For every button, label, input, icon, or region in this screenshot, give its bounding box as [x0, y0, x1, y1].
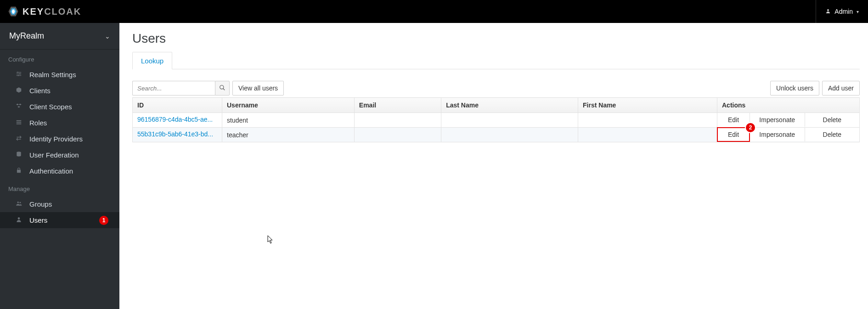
user-icon: [825, 8, 831, 15]
list-icon: [15, 119, 23, 127]
svg-point-18: [220, 85, 224, 89]
sidebar-item-label: User Federation: [29, 151, 79, 159]
realm-name: MyRealm: [9, 31, 44, 41]
brand-text: KEYCLOAK: [23, 6, 81, 17]
add-user-button[interactable]: Add user: [822, 81, 860, 96]
column-header: Actions: [717, 98, 860, 113]
sidebar-item-realm-settings[interactable]: Realm Settings: [0, 67, 119, 83]
sidebar-item-roles[interactable]: Roles: [0, 115, 119, 131]
sidebar-item-client-scopes[interactable]: Client Scopes: [0, 99, 119, 115]
cell-email: [354, 128, 441, 142]
actions-cell: EditImpersonateDelete: [717, 113, 860, 128]
cell-last: [441, 128, 578, 142]
column-header: ID: [133, 98, 222, 113]
svg-rect-4: [17, 72, 22, 73]
cell-username: student: [222, 113, 355, 128]
user-icon: [15, 216, 23, 224]
brand-logo[interactable]: KEYCLOAK: [7, 5, 81, 18]
sidebar-item-users[interactable]: Users1: [0, 212, 119, 228]
edit-button[interactable]: Edit: [717, 113, 750, 127]
user-id-link[interactable]: 55b31c9b-5ab6-41e3-bd...: [137, 130, 213, 138]
sidebar-item-user-federation[interactable]: User Federation: [0, 147, 119, 163]
sidebar-item-authentication[interactable]: Authentication: [0, 163, 119, 179]
toolbar: View all users Unlock users Add user: [132, 81, 860, 96]
cubes-icon: [15, 103, 23, 111]
callout-badge: 2: [746, 123, 755, 132]
column-header: Last Name: [441, 98, 578, 113]
user-label: Admin: [834, 8, 853, 15]
svg-rect-10: [17, 120, 22, 121]
impersonate-button[interactable]: Impersonate: [750, 113, 805, 127]
svg-rect-11: [17, 122, 22, 123]
column-header: Email: [354, 98, 441, 113]
chevron-down-icon: ⌄: [105, 33, 110, 40]
sidebar-item-label: Clients: [29, 87, 51, 95]
column-header: Username: [222, 98, 355, 113]
user-id-link[interactable]: 96156879-c4da-4bc5-ae...: [137, 116, 213, 123]
lock-icon: [15, 167, 23, 175]
table-row: 55b31c9b-5ab6-41e3-bd...teacherEdit2Impe…: [133, 128, 860, 142]
sidebar-item-groups[interactable]: Groups: [0, 196, 119, 212]
tabs: Lookup: [132, 51, 860, 69]
top-header: KEYCLOAK Admin ▾: [0, 0, 868, 23]
nav-section-label: Configure: [0, 50, 119, 67]
search-icon: [219, 84, 225, 92]
svg-rect-12: [17, 124, 22, 124]
svg-point-8: [19, 73, 20, 74]
cell-first: [578, 113, 717, 128]
sidebar-item-label: Authentication: [29, 167, 73, 175]
database-icon: [15, 151, 23, 159]
search-input[interactable]: [132, 81, 215, 96]
sidebar-item-label: Identity Providers: [29, 135, 83, 143]
users-table: IDUsernameEmailLast NameFirst NameAction…: [132, 97, 860, 142]
svg-rect-5: [17, 73, 22, 74]
impersonate-button[interactable]: Impersonate: [750, 128, 805, 141]
users-icon: [15, 200, 23, 208]
delete-button[interactable]: Delete: [805, 128, 860, 141]
svg-point-17: [18, 217, 20, 219]
cell-first: [578, 128, 717, 142]
search-button[interactable]: [215, 81, 230, 96]
cell-last: [441, 113, 578, 128]
view-all-users-button[interactable]: View all users: [232, 81, 284, 96]
nav-section-label: Manage: [0, 179, 119, 196]
svg-point-9: [18, 75, 19, 76]
keycloak-logo-icon: [7, 5, 20, 18]
edit-button[interactable]: Edit2: [717, 128, 750, 141]
sidebar-item-label: Groups: [29, 200, 52, 208]
svg-point-7: [17, 72, 18, 73]
chevron-down-icon: ▾: [857, 9, 859, 14]
svg-line-19: [223, 88, 225, 90]
exchange-icon: [15, 135, 23, 143]
cube-icon: [15, 87, 23, 95]
user-menu[interactable]: Admin ▾: [816, 0, 859, 23]
realm-selector[interactable]: MyRealm ⌄: [0, 23, 119, 50]
sidebar-item-identity-providers[interactable]: Identity Providers: [0, 131, 119, 147]
search-group: [132, 81, 230, 96]
main-content: Users Lookup View all users Unlock users: [119, 23, 868, 309]
page-title: Users: [132, 31, 860, 46]
sidebar: MyRealm ⌄ ConfigureRealm SettingsClients…: [0, 23, 119, 309]
tab-lookup[interactable]: Lookup: [132, 52, 172, 69]
sidebar-item-label: Realm Settings: [29, 71, 76, 79]
sliders-icon: [15, 71, 23, 79]
svg-point-3: [827, 9, 829, 11]
sidebar-item-clients[interactable]: Clients: [0, 83, 119, 99]
delete-button[interactable]: Delete: [805, 113, 860, 127]
unlock-users-button[interactable]: Unlock users: [770, 81, 819, 96]
sidebar-item-label: Roles: [29, 119, 47, 127]
sidebar-badge: 1: [99, 216, 108, 225]
svg-rect-14: [17, 170, 21, 173]
cell-username: teacher: [222, 128, 355, 142]
actions-cell: Edit2ImpersonateDelete: [717, 128, 860, 142]
sidebar-item-label: Client Scopes: [29, 103, 72, 111]
sidebar-item-label: Users: [29, 216, 47, 224]
svg-point-15: [17, 202, 19, 203]
column-header: First Name: [578, 98, 717, 113]
cell-email: [354, 113, 441, 128]
svg-point-16: [19, 202, 21, 203]
callout-highlight: [717, 127, 750, 142]
